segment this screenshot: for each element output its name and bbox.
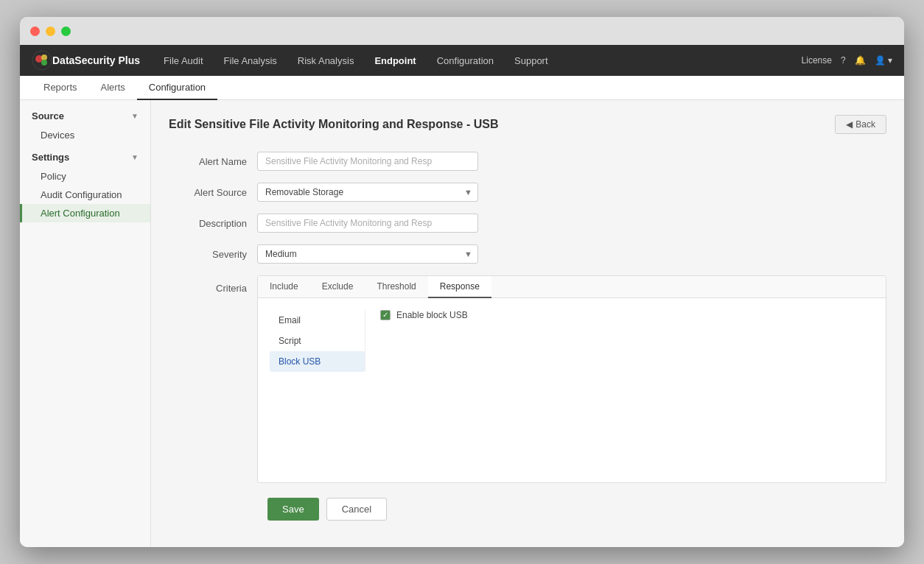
brand-icon bbox=[32, 50, 52, 71]
response-layout: Email Script Block USB ✓ Enable block US… bbox=[270, 310, 874, 372]
brand-name: DataSecurity Plus bbox=[52, 54, 140, 66]
svg-point-3 bbox=[41, 60, 47, 66]
criteria-tab-exclude[interactable]: Exclude bbox=[310, 276, 365, 298]
enable-block-usb-checkbox[interactable]: ✓ bbox=[380, 310, 391, 320]
sidebar-item-policy[interactable]: Policy bbox=[20, 167, 150, 186]
page-header: Edit Sensitive File Activity Monitoring … bbox=[169, 115, 886, 134]
maximize-button[interactable] bbox=[61, 27, 71, 36]
sidebar-item-devices[interactable]: Devices bbox=[20, 126, 150, 144]
page-title: Edit Sensitive File Activity Monitoring … bbox=[169, 118, 498, 131]
help-icon[interactable]: ? bbox=[841, 55, 846, 66]
alert-source-field: Removable Storage Network Share Cloud ▼ bbox=[257, 183, 886, 202]
sidebar-settings-header[interactable]: Settings ▼ bbox=[20, 147, 150, 167]
app-window: DataSecurity Plus File Audit File Analys… bbox=[20, 17, 904, 547]
tab-reports[interactable]: Reports bbox=[32, 76, 89, 100]
traffic-lights bbox=[30, 27, 71, 36]
description-row: Description bbox=[169, 214, 886, 233]
sidebar-section-source: Source ▼ Devices bbox=[20, 106, 150, 144]
sub-nav: Reports Alerts Configuration bbox=[20, 76, 904, 100]
alert-source-row: Alert Source Removable Storage Network S… bbox=[169, 183, 886, 202]
criteria-tab-response[interactable]: Response bbox=[428, 276, 491, 298]
nav-risk-analysis[interactable]: Risk Analysis bbox=[289, 52, 363, 69]
response-list: Email Script Block USB bbox=[270, 310, 365, 372]
settings-collapse-icon: ▼ bbox=[131, 153, 139, 161]
close-button[interactable] bbox=[30, 27, 40, 36]
nav-file-audit[interactable]: File Audit bbox=[155, 52, 211, 69]
criteria-tab-include[interactable]: Include bbox=[258, 276, 310, 298]
brand-logo-area: DataSecurity Plus bbox=[32, 50, 140, 71]
license-link[interactable]: License bbox=[802, 55, 832, 66]
nav-right: License ? 🔔 👤 ▾ bbox=[802, 55, 892, 66]
criteria-tab-threshold[interactable]: Threshold bbox=[365, 276, 427, 298]
notifications-icon[interactable]: 🔔 bbox=[855, 55, 866, 66]
sidebar: Source ▼ Devices Settings ▼ Policy Audit… bbox=[20, 100, 151, 547]
sidebar-item-alert-config[interactable]: Alert Configuration bbox=[20, 204, 150, 222]
nav-support[interactable]: Support bbox=[505, 52, 557, 69]
tab-alerts[interactable]: Alerts bbox=[89, 76, 137, 100]
save-button[interactable]: Save bbox=[267, 498, 319, 521]
criteria-label: Criteria bbox=[169, 275, 257, 294]
severity-select-wrap: Low Medium High Critical ▼ bbox=[257, 244, 478, 264]
sidebar-section-settings: Settings ▼ Policy Audit Configuration Al… bbox=[20, 147, 150, 222]
severity-select[interactable]: Low Medium High Critical bbox=[257, 244, 478, 264]
severity-row: Severity Low Medium High Critical ▼ bbox=[169, 244, 886, 264]
sidebar-settings-label: Settings bbox=[32, 152, 69, 163]
tab-configuration[interactable]: Configuration bbox=[137, 76, 217, 100]
alert-source-label: Alert Source bbox=[169, 183, 257, 198]
description-label: Description bbox=[169, 214, 257, 229]
response-right: ✓ Enable block USB bbox=[365, 310, 874, 372]
title-bar bbox=[20, 17, 904, 45]
severity-label: Severity bbox=[169, 244, 257, 260]
alert-source-select-wrap: Removable Storage Network Share Cloud ▼ bbox=[257, 183, 478, 202]
nav-endpoint[interactable]: Endpoint bbox=[365, 52, 424, 69]
nav-file-analysis[interactable]: File Analysis bbox=[215, 52, 286, 69]
source-collapse-icon: ▼ bbox=[131, 112, 139, 120]
description-field bbox=[257, 214, 886, 233]
alert-source-select[interactable]: Removable Storage Network Share Cloud bbox=[257, 183, 478, 202]
alert-name-field bbox=[257, 152, 886, 171]
response-item-email[interactable]: Email bbox=[270, 310, 365, 331]
user-menu[interactable]: 👤 ▾ bbox=[875, 55, 892, 66]
action-row: Save Cancel bbox=[169, 498, 886, 521]
checkmark-icon: ✓ bbox=[382, 311, 388, 319]
response-item-block-usb[interactable]: Block USB bbox=[270, 351, 365, 372]
alert-name-input[interactable] bbox=[257, 152, 478, 171]
top-nav: DataSecurity Plus File Audit File Analys… bbox=[20, 45, 904, 76]
sidebar-source-header[interactable]: Source ▼ bbox=[20, 106, 150, 126]
severity-field: Low Medium High Critical ▼ bbox=[257, 244, 886, 264]
main-content: Edit Sensitive File Activity Monitoring … bbox=[151, 100, 904, 547]
sidebar-source-label: Source bbox=[32, 110, 64, 121]
back-button[interactable]: ◀ Back bbox=[835, 115, 886, 134]
nav-items: File Audit File Analysis Risk Analysis E… bbox=[155, 52, 802, 69]
criteria-content: Include Exclude Threshold Response Email… bbox=[257, 275, 886, 483]
minimize-button[interactable] bbox=[46, 27, 55, 36]
content-area: Source ▼ Devices Settings ▼ Policy Audit… bbox=[20, 100, 904, 547]
enable-block-usb-row: ✓ Enable block USB bbox=[380, 310, 874, 320]
criteria-body: Email Script Block USB ✓ Enable block US… bbox=[258, 298, 886, 482]
criteria-row: Criteria Include Exclude Threshold Respo… bbox=[169, 275, 886, 483]
description-input[interactable] bbox=[257, 214, 478, 233]
svg-point-2 bbox=[41, 54, 47, 60]
enable-block-usb-label: Enable block USB bbox=[396, 310, 468, 320]
criteria-tabs: Include Exclude Threshold Response bbox=[258, 276, 886, 298]
sidebar-item-audit-config[interactable]: Audit Configuration bbox=[20, 186, 150, 204]
response-item-script[interactable]: Script bbox=[270, 331, 365, 351]
cancel-button[interactable]: Cancel bbox=[326, 498, 387, 521]
alert-name-label: Alert Name bbox=[169, 152, 257, 167]
nav-configuration[interactable]: Configuration bbox=[428, 52, 503, 69]
alert-name-row: Alert Name bbox=[169, 152, 886, 171]
